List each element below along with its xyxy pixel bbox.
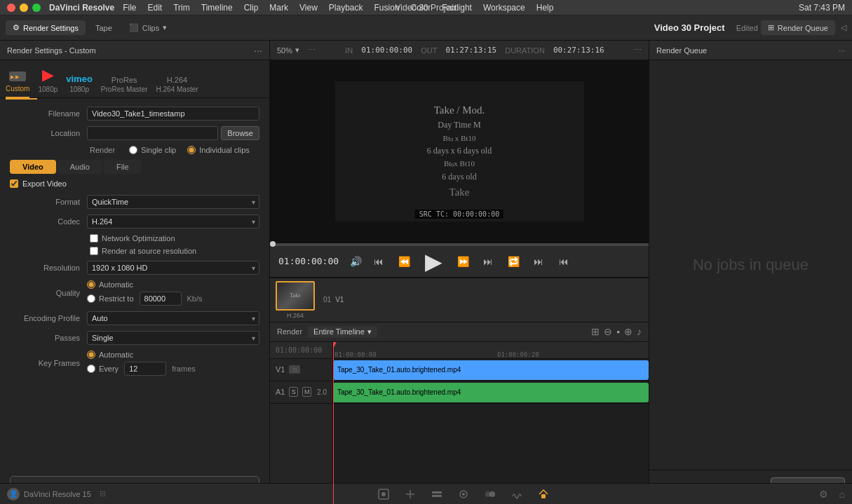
single-clip-option[interactable]: Single clip	[129, 146, 176, 154]
volume-icon[interactable]: 🔊	[350, 256, 362, 267]
preset-tab-prores[interactable]: ProRes ProRes Master	[101, 76, 148, 97]
audio-track-a1[interactable]: Tape_30_Take_01.auto.brightened.mp4	[333, 381, 649, 404]
menu-playback[interactable]: Playback	[329, 3, 363, 13]
step-back-button[interactable]: ⏪	[395, 253, 412, 270]
passes-select[interactable]: Single	[87, 331, 259, 345]
track-a1-s-badge: S	[289, 387, 298, 397]
ws-tab-fairlight[interactable]	[503, 485, 530, 503]
render-source-res-checkbox[interactable]	[90, 247, 98, 255]
home-icon[interactable]: ⌂	[839, 489, 845, 500]
preset-tab-h264[interactable]: H.264 H.264 Master	[156, 76, 198, 97]
viewer-area[interactable]: Take / Mod. Day Time M Bt₀ x Bt10 6 days…	[270, 60, 649, 243]
quality-restrict-option[interactable]: Restrict to	[87, 294, 134, 303]
viewer-dots[interactable]: ⋯	[308, 46, 316, 55]
preset-tab-vimeo[interactable]: vimeo 1080p	[66, 74, 93, 97]
quality-restrict-radio[interactable]	[87, 294, 95, 303]
encoding-profile-select[interactable]: Auto	[87, 311, 259, 325]
clip-strip-header: Take H.264 01 V1	[270, 278, 649, 322]
timeline-icon-grid[interactable]: ⊞	[591, 326, 600, 337]
vaf-tab-file[interactable]: File	[104, 160, 142, 174]
timeline-icon-minus[interactable]: ⊖	[604, 326, 612, 337]
menu-timeline[interactable]: Timeline	[201, 3, 233, 13]
menu-workspace[interactable]: Workspace	[483, 3, 525, 13]
keyframes-every-option[interactable]: Every	[87, 365, 119, 373]
ws-tab-cut[interactable]	[397, 485, 424, 503]
panel-menu-dots[interactable]: ···	[254, 45, 262, 56]
skip-forward-button[interactable]: ⏭	[480, 253, 496, 270]
keyframes-row: Key Frames Automatic Every frames	[10, 350, 259, 376]
fullscreen-button[interactable]	[32, 4, 41, 12]
quality-value-input[interactable]	[140, 292, 182, 306]
menu-file[interactable]: File	[123, 3, 136, 13]
ws-tab-edit[interactable]	[424, 485, 450, 503]
quality-automatic-option[interactable]: Automatic	[87, 280, 203, 289]
tab-tape[interactable]: Tape	[88, 21, 119, 35]
keyframes-automatic-radio[interactable]	[87, 350, 95, 359]
transport-begin-button[interactable]: ⏮	[555, 253, 572, 270]
network-opt-checkbox[interactable]	[90, 234, 98, 243]
menu-mark[interactable]: Mark	[269, 3, 288, 13]
single-clip-radio[interactable]	[129, 146, 137, 154]
panel-collapse-icon[interactable]: ◁	[841, 23, 846, 32]
rq-menu-dots[interactable]: ···	[839, 46, 845, 55]
individual-clips-radio[interactable]	[187, 146, 196, 154]
video-preview: Take / Mod. Day Time M Bt₀ x Bt10 6 days…	[335, 81, 584, 222]
keyframes-value-input[interactable]	[124, 362, 166, 376]
codec-select[interactable]: H.264	[87, 214, 259, 229]
menu-view[interactable]: View	[299, 3, 318, 13]
keyframes-automatic-option[interactable]: Automatic	[87, 350, 196, 359]
settings-icon[interactable]: ⚙	[819, 489, 828, 500]
quality-automatic-radio[interactable]	[87, 280, 95, 289]
timeline-main[interactable]: 01:00:00:00 01:00:06:20 Tape_30_Take_01.…	[333, 342, 649, 505]
resolution-select[interactable]: 1920 x 1080 HD	[87, 261, 259, 275]
playhead[interactable]	[333, 342, 334, 505]
audio-track: Tape_30_Take_01.auto.brightened.mp4	[333, 381, 649, 404]
skip-back-button[interactable]: ⏮	[370, 253, 387, 270]
vaf-tab-video[interactable]: Video	[10, 160, 56, 174]
format-select-wrapper: QuickTime	[87, 195, 259, 209]
render-queue-button[interactable]: ⊞ Render Queue	[761, 20, 835, 35]
format-select[interactable]: QuickTime	[87, 195, 259, 209]
close-button[interactable]	[7, 4, 15, 12]
codec-select-wrapper: H.264	[87, 214, 259, 229]
menu-trim[interactable]: Trim	[173, 3, 190, 13]
menu-clip[interactable]: Clip	[244, 3, 259, 13]
preset-tab-youtube[interactable]: ▶ 1080p	[38, 66, 58, 97]
progress-handle[interactable]	[270, 241, 276, 247]
clip-thumbnail[interactable]: Take	[276, 281, 315, 311]
ws-tab-deliver[interactable]	[530, 485, 557, 503]
menu-help[interactable]: Help	[536, 3, 554, 13]
vaf-tab-audio[interactable]: Audio	[58, 160, 102, 174]
browse-button[interactable]: Browse	[221, 126, 259, 140]
progress-bar[interactable]	[270, 243, 649, 246]
loop-button[interactable]: 🔁	[505, 253, 522, 270]
keyframes-every-radio[interactable]	[87, 365, 95, 373]
location-input[interactable]	[87, 126, 218, 140]
preset-tab-h264-label: H.264 Master	[156, 86, 198, 93]
video-clip[interactable]: Tape_30_Take_01.auto.brightened.mp4	[333, 360, 649, 380]
individual-clips-option[interactable]: Individual clips	[187, 146, 250, 154]
filename-input[interactable]	[87, 107, 259, 121]
preset-tab-custom[interactable]: ▶ ▶ Custom	[6, 69, 29, 98]
ws-tab-fusion[interactable]	[450, 485, 477, 503]
transport-controls: 01:00:00:00 🔊 ⏮ ⏪ ▶ ⏩ ⏭ 🔁 ⏭ ⏮	[270, 246, 649, 277]
zoom-selector[interactable]: 50% ▾	[277, 46, 299, 55]
tab-render-settings[interactable]: ⚙ Render Settings	[6, 20, 86, 35]
timeline-icon-music[interactable]: ♪	[637, 326, 642, 337]
play-button[interactable]: ▶	[421, 249, 446, 274]
render-range-dropdown[interactable]: Entire Timeline ▾	[308, 326, 377, 338]
export-video-checkbox[interactable]	[10, 179, 18, 188]
step-forward-button[interactable]: ⏩	[454, 253, 471, 270]
video-track-v1[interactable]: Tape_30_Take_01.auto.brightened.mp4	[333, 359, 649, 381]
ws-tab-media[interactable]	[370, 485, 397, 503]
bottom-toolbar: 👤 DaVinci Resolve 15 ⊟ ⚙ ⌂	[0, 483, 852, 504]
timeline-icon-plus[interactable]: ⊕	[624, 326, 633, 337]
audio-clip[interactable]: Tape_30_Take_01.auto.brightened.mp4	[333, 383, 649, 402]
ws-tab-color[interactable]	[477, 485, 503, 503]
transport-end-button[interactable]: ⏭	[530, 253, 547, 270]
right-panel: Render Queue ··· No jobs in queue Start …	[649, 41, 852, 504]
tab-clips[interactable]: ⬛ Clips ▾	[122, 20, 174, 35]
viewer-options[interactable]: ⋯	[634, 46, 642, 55]
minimize-button[interactable]	[20, 4, 28, 12]
menu-edit[interactable]: Edit	[148, 3, 163, 13]
